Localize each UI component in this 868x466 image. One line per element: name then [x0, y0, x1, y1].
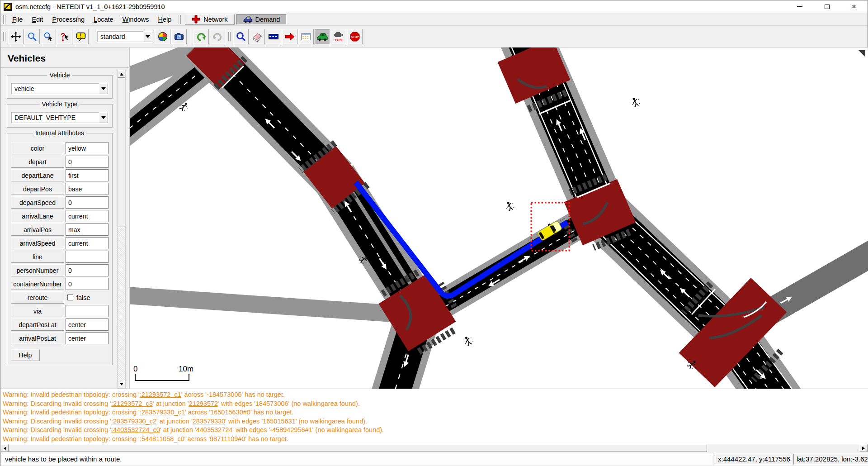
color-wheel-icon — [157, 31, 168, 42]
titlebar: osm.netccfg - NETEDIT v1_1_0+1621-29b095… — [0, 0, 868, 13]
modes-grip[interactable] — [228, 32, 231, 41]
chevron-down-icon[interactable] — [99, 112, 108, 123]
context-help-button[interactable]: ? — [57, 29, 72, 44]
attr-checkbox-reroute[interactable]: false — [66, 291, 108, 304]
attr-button-containerNumber[interactable]: containerNumber — [11, 278, 64, 290]
warning-link[interactable]: :21293572_c1 — [140, 391, 181, 398]
zoom-cursor-icon — [43, 31, 54, 42]
attr-button-departPosLat[interactable]: departPosLat — [11, 319, 64, 331]
vehicle-type-icon: TYPE — [333, 31, 344, 42]
eraser-icon — [252, 31, 263, 42]
recenter-view-button[interactable] — [8, 29, 24, 44]
menu-file[interactable]: File — [8, 14, 27, 25]
warning-text: Warning: Invalid pedestrian topology: cr… — [3, 391, 140, 398]
close-button[interactable]: × — [840, 0, 868, 13]
vehicle-type-combobox[interactable]: DEFAULT_VEHTYPE — [11, 112, 108, 124]
warning-link[interactable]: :283579330_c2 — [111, 418, 156, 425]
attr-input-arrivalLane[interactable] — [66, 210, 108, 222]
network-supermode-button[interactable]: Network — [185, 14, 234, 25]
undo-button[interactable] — [193, 29, 209, 44]
warning-link[interactable]: 283579330 — [193, 418, 226, 425]
menu-locate[interactable]: Locate — [89, 14, 118, 25]
attr-button-arrivalSpeed[interactable]: arrivalSpeed — [11, 237, 64, 249]
inspect-mode-button[interactable] — [233, 29, 249, 44]
warning-link[interactable]: 21293572 — [189, 400, 218, 407]
menu-windows[interactable]: Windows — [118, 14, 154, 25]
checkbox-icon[interactable] — [67, 295, 73, 300]
attr-input-departSpeed[interactable] — [66, 196, 108, 209]
window-title: osm.netccfg - NETEDIT v1_1_0+1621-29b095… — [15, 3, 165, 10]
warning-text: ' across '165015630#0' has no target. — [185, 409, 293, 416]
attr-input-personNumber[interactable] — [66, 264, 108, 276]
network-canvas[interactable]: 0 10m — [129, 48, 868, 389]
coloring-scheme-combobox[interactable]: standard — [97, 31, 153, 43]
attr-input-containerNumber[interactable] — [66, 278, 108, 290]
log-scrollbar-thumb[interactable] — [9, 444, 707, 452]
attr-row-departPos: departPos — [11, 183, 108, 195]
attr-input-via[interactable] — [66, 305, 108, 317]
help-button[interactable]: Help — [11, 349, 40, 361]
vehicle-mode-button[interactable] — [315, 29, 330, 44]
route-mode-button[interactable] — [298, 29, 314, 44]
delete-mode-button[interactable] — [250, 29, 265, 44]
panel-scrollbar[interactable] — [117, 70, 126, 389]
scroll-left-button[interactable] — [0, 444, 9, 452]
scroll-down-button[interactable] — [118, 380, 125, 388]
scroll-right-button[interactable] — [859, 444, 868, 452]
triangle-down-icon — [120, 383, 123, 387]
zoom-cursor-button[interactable] — [41, 29, 56, 44]
tooltip-button[interactable]: ! — [73, 29, 89, 44]
chevron-down-icon[interactable] — [143, 31, 152, 42]
redo-button[interactable] — [210, 29, 225, 44]
attr-button-color[interactable]: color — [11, 142, 64, 154]
attr-button-departLane[interactable]: departLane — [11, 169, 64, 181]
edit-coloring-schemes-button[interactable] — [155, 29, 170, 44]
attr-button-depart[interactable]: depart — [11, 156, 64, 168]
attr-input-line[interactable] — [66, 251, 108, 263]
minimize-button[interactable] — [786, 0, 813, 13]
toolbar-grip[interactable] — [3, 32, 5, 41]
chevron-down-icon[interactable] — [99, 83, 108, 94]
attr-button-departPos[interactable]: departPos — [11, 183, 64, 195]
menu-edit[interactable]: Edit — [27, 14, 47, 25]
scale-bar: 0 10m — [133, 365, 193, 380]
attr-button-arrivalLane[interactable]: arrivalLane — [11, 210, 64, 222]
menu-processing[interactable]: Processing — [47, 14, 89, 25]
scroll-up-button[interactable] — [118, 70, 125, 78]
attr-input-arrivalSpeed[interactable] — [66, 237, 108, 249]
vehicle-combobox[interactable]: vehicle — [11, 83, 108, 95]
warning-link[interactable]: :21293572_c3 — [111, 400, 153, 407]
zoom-button[interactable] — [24, 29, 40, 44]
attr-button-reroute[interactable]: reroute — [11, 291, 64, 304]
scrollbar-track[interactable] — [118, 227, 125, 380]
warning-link[interactable]: :283579330_c1 — [140, 409, 185, 416]
attr-button-personNumber[interactable]: personNumber — [11, 264, 64, 276]
maximize-button[interactable] — [813, 0, 840, 13]
attr-button-via[interactable]: via — [11, 305, 64, 317]
attr-button-arrivalPos[interactable]: arrivalPos — [11, 223, 64, 236]
attr-input-departLane[interactable] — [66, 169, 108, 181]
warning-text: ' across '-184573006' has no target. — [181, 391, 285, 398]
vehicle-type-mode-button[interactable]: TYPE — [331, 29, 346, 44]
attr-input-arrivalPosLat[interactable] — [66, 332, 108, 344]
attr-input-color[interactable] — [66, 142, 108, 154]
scrollbar-thumb[interactable] — [118, 78, 125, 227]
menu-help[interactable]: Help — [154, 14, 176, 25]
supermode-grip[interactable] — [178, 15, 181, 24]
attr-input-arrivalPos[interactable] — [66, 223, 108, 236]
attr-button-line[interactable]: line — [11, 251, 64, 263]
select-mode-button[interactable] — [266, 29, 281, 44]
attr-input-departPos[interactable] — [66, 183, 108, 195]
attr-input-departPosLat[interactable] — [66, 319, 108, 331]
attr-input-depart[interactable] — [66, 156, 108, 168]
warning-text: Warning: Discarding invalid crossing ' — [3, 426, 111, 433]
demand-supermode-button[interactable]: Demand — [236, 14, 287, 25]
warning-link[interactable]: :4403532724_c0 — [111, 426, 160, 433]
log-scrollbar[interactable] — [0, 444, 868, 452]
snapshot-button[interactable] — [171, 29, 187, 44]
attr-button-departSpeed[interactable]: departSpeed — [11, 196, 64, 209]
attr-button-arrivalPosLat[interactable]: arrivalPosLat — [11, 332, 64, 344]
stop-mode-button[interactable]: STOP — [347, 29, 363, 44]
menubar-grip[interactable] — [3, 15, 5, 24]
move-mode-button[interactable] — [282, 29, 297, 44]
